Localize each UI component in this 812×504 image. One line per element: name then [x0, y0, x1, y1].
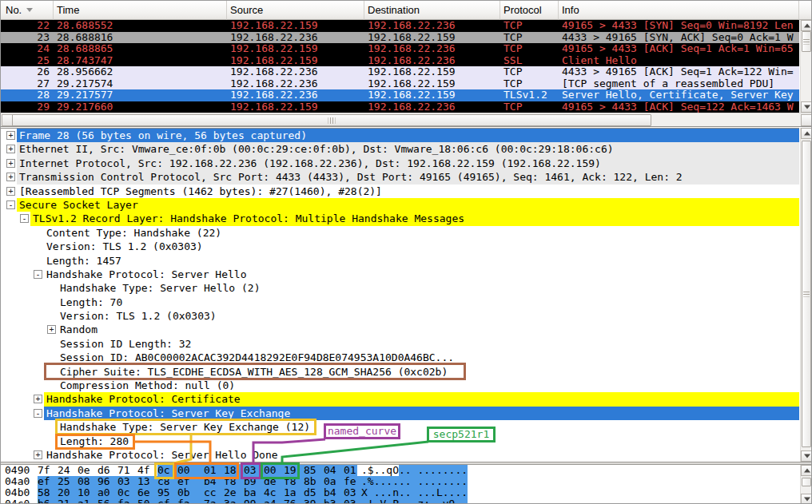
expand-icon[interactable]: + [6, 131, 15, 140]
scroll-down-button[interactable] [801, 101, 812, 113]
packet-row[interactable]: 2829.217577192.168.22.236192.168.22.159T… [1, 89, 799, 101]
tree-row[interactable]: +Frame 28 (56 bytes on wire, 56 bytes ca… [1, 129, 799, 142]
scroll-down-button[interactable] [801, 450, 812, 462]
hex-byte[interactable]: ba [244, 487, 264, 498]
hex-byte[interactable]: 24 [58, 465, 78, 476]
hex-byte[interactable]: 03 [117, 476, 137, 487]
scroll-right-button[interactable] [801, 114, 812, 126]
expand-icon[interactable]: + [6, 173, 15, 181]
column-header-protocol[interactable]: Protocol [500, 1, 559, 20]
tree-row[interactable]: Version: TLS 1.2 (0x0303) [1, 309, 799, 323]
hex-row[interactable]: 04b0582010a00c6e950bcc2eba4c1ad5b403X ..… [1, 487, 799, 498]
hex-byte[interactable]: a1 [78, 498, 98, 504]
tree-row[interactable]: Length: 1457 [1, 254, 799, 268]
tree-row[interactable]: +Transmission Control Protocol, Src Port… [1, 170, 799, 184]
packet-row[interactable]: 2528.743747192.168.22.159192.168.22.236S… [1, 55, 799, 67]
hex-byte[interactable]: ef [38, 476, 58, 487]
hex-row[interactable]: 04a0ef2508960313c8efb4f8b9def88b0afe.%..… [1, 476, 799, 487]
detail-vscrollbar[interactable] [800, 128, 812, 462]
tree-row[interactable]: Cipher Suite: TLS_ECDHE_ECDSA_WITH_AES_1… [1, 365, 799, 379]
packet-row[interactable]: 2328.688816192.168.22.236192.168.22.159T… [1, 32, 799, 44]
scrollbar-thumb[interactable] [802, 478, 811, 486]
tree-row[interactable]: Compression Method: null (0) [1, 379, 799, 392]
scrollbar-thumb[interactable] [12, 114, 651, 126]
hex-byte[interactable]: 8b [304, 476, 324, 487]
hex-byte[interactable]: a4 [264, 498, 284, 504]
tree-row[interactable]: -Secure Socket Layer [1, 198, 799, 212]
packet-row[interactable]: 2929.217660192.168.22.159192.168.22.236T… [1, 101, 799, 113]
hex-byte[interactable]: 0e [78, 465, 98, 476]
hex-byte[interactable]: d5 [304, 487, 324, 498]
packet-list-vscrollbar[interactable] [800, 20, 812, 113]
hex-byte[interactable]: ef [177, 476, 204, 487]
hex-row[interactable]: 04c0b621a156fa50cffa7a3a99a47639b303.!.V… [1, 498, 799, 504]
hex-byte[interactable]: 10 [78, 487, 98, 498]
tree-row[interactable]: +Handshake Protocol: Server Hello Done [1, 448, 799, 462]
scrollbar-thumb[interactable] [802, 31, 811, 52]
hex-byte[interactable]: fa [177, 498, 204, 504]
hex-byte[interactable]: f8 [284, 476, 304, 487]
hex-byte[interactable]: cc [204, 487, 224, 498]
hex-byte[interactable]: 7f [38, 465, 58, 476]
expand-icon[interactable]: + [6, 159, 15, 168]
hex-byte[interactable]: 56 [98, 498, 117, 504]
expand-icon[interactable]: + [6, 145, 15, 153]
tree-row[interactable]: -TLSv1.2 Record Layer: Handshake Protoco… [1, 212, 799, 225]
hex-byte[interactable]: 03 [244, 465, 264, 476]
hex-byte[interactable]: 19 [284, 465, 304, 476]
scrollbar-thumb[interactable] [802, 141, 811, 447]
packet-list-hscrollbar[interactable] [1, 113, 812, 127]
hex-byte[interactable]: 6e [137, 487, 157, 498]
column-header-destination[interactable]: Destination [364, 1, 500, 20]
tree-row[interactable]: Handshake Type: Server Hello (2) [1, 281, 799, 295]
scroll-down-button[interactable] [801, 494, 812, 504]
hex-byte[interactable]: a0 [98, 487, 117, 498]
scroll-up-button[interactable] [801, 20, 812, 31]
scroll-left-button[interactable] [2, 114, 13, 126]
tree-row[interactable]: +Internet Protocol, Src: 192.168.22.236 … [1, 157, 799, 170]
hex-byte[interactable]: de [264, 476, 284, 487]
hex-byte[interactable]: c8 [157, 476, 177, 487]
hex-byte[interactable]: d6 [98, 465, 117, 476]
hex-byte[interactable]: 85 [304, 465, 324, 476]
hex-byte[interactable]: b4 [324, 487, 344, 498]
expand-icon[interactable]: + [34, 395, 42, 403]
hex-byte[interactable]: 4f [137, 465, 157, 476]
column-header-info[interactable]: Info [559, 1, 799, 20]
hex-byte[interactable]: 0c [117, 487, 137, 498]
hex-byte[interactable]: 08 [78, 476, 98, 487]
tree-row[interactable]: +[Reassembled TCP Segments (1462 bytes):… [1, 185, 799, 198]
hex-byte[interactable]: 0a [324, 476, 344, 487]
hex-byte[interactable]: 0c [157, 465, 177, 476]
hex-byte[interactable]: 21 [58, 498, 78, 504]
hex-byte[interactable]: b9 [244, 476, 264, 487]
hex-byte[interactable]: 2e [224, 487, 244, 498]
hex-row[interactable]: 04907f240ed6714f0c000118030019850401.$..… [1, 465, 799, 476]
hex-byte[interactable]: 0b [177, 487, 204, 498]
hex-byte[interactable]: 00 [177, 465, 204, 476]
tree-row[interactable]: -Handshake Protocol: Server Hello [1, 268, 799, 281]
hex-byte[interactable]: b6 [38, 498, 58, 504]
scroll-up-button[interactable] [801, 128, 812, 139]
expand-icon[interactable]: + [47, 325, 56, 334]
tree-row[interactable]: Length: 70 [1, 296, 799, 309]
expand-icon[interactable]: + [6, 187, 15, 196]
expand-icon[interactable]: + [34, 450, 42, 459]
hex-byte[interactable]: b3 [324, 498, 344, 504]
hex-byte[interactable]: 18 [224, 465, 244, 476]
column-header-no[interactable]: No. [1, 1, 54, 20]
hex-byte[interactable]: f8 [224, 476, 244, 487]
collapse-icon[interactable]: - [34, 409, 42, 418]
hex-byte[interactable]: 1a [284, 487, 304, 498]
hex-byte[interactable]: 20 [58, 487, 78, 498]
collapse-icon[interactable]: - [6, 200, 15, 209]
packet-row[interactable]: 2729.217574192.168.22.236192.168.22.159T… [1, 78, 799, 90]
hex-byte[interactable]: 50 [137, 498, 157, 504]
hex-byte[interactable]: 99 [244, 498, 264, 504]
collapse-icon[interactable]: - [34, 270, 42, 279]
collapse-icon[interactable]: - [20, 214, 29, 223]
hex-byte[interactable]: 76 [284, 498, 304, 504]
tree-row[interactable]: -Handshake Protocol: Server Key Exchange [1, 407, 799, 420]
hex-byte[interactable]: 00 [264, 465, 284, 476]
hex-byte[interactable]: 71 [117, 465, 137, 476]
